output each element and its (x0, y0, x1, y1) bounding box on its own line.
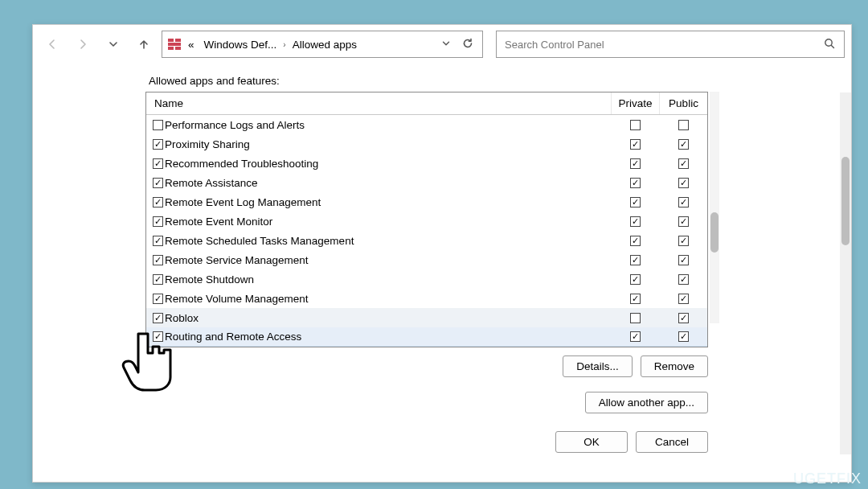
table-row[interactable]: Proximity Sharing (146, 134, 707, 154)
back-button[interactable] (39, 31, 65, 57)
forward-button[interactable] (70, 31, 96, 57)
row-name: Remote Volume Management (165, 293, 309, 305)
private-checkbox[interactable] (630, 158, 641, 169)
row-name: Remote Shutdown (165, 273, 254, 286)
table-row[interactable]: Remote Assistance (146, 173, 707, 192)
table-row[interactable]: Remote Scheduled Tasks Management (146, 231, 707, 250)
row-name: Proximity Sharing (165, 138, 250, 150)
table-row[interactable]: Remote Event Log Management (146, 192, 707, 212)
breadcrumb-part1[interactable]: Windows Def... (201, 37, 280, 52)
apps-list: Name Private Public Performance Logs and… (145, 92, 708, 347)
enable-checkbox[interactable] (153, 294, 163, 304)
public-checkbox[interactable] (678, 294, 689, 304)
public-checkbox[interactable] (678, 216, 689, 227)
private-checkbox[interactable] (630, 255, 641, 265)
enable-checkbox[interactable] (153, 274, 163, 285)
window-scroll-thumb[interactable] (841, 157, 850, 245)
window-scrollbar[interactable] (840, 92, 851, 454)
table-row[interactable]: Recommended Troubleshooting (146, 154, 707, 173)
public-checkbox[interactable] (678, 255, 689, 265)
toolbar: « Windows Def... › Allowed apps Search C… (33, 25, 851, 64)
col-public[interactable]: Public (659, 92, 707, 114)
public-checkbox[interactable] (678, 158, 689, 169)
public-checkbox[interactable] (678, 139, 689, 150)
row-name: Remote Scheduled Tasks Management (165, 235, 354, 247)
public-checkbox[interactable] (678, 197, 689, 208)
breadcrumb-prefix: « (185, 37, 198, 52)
section-label: Allowed apps and features: (149, 75, 827, 87)
enable-checkbox[interactable] (153, 331, 163, 342)
cancel-button[interactable]: Cancel (636, 431, 708, 453)
public-checkbox[interactable] (678, 236, 689, 246)
row-name: Remote Event Log Management (165, 196, 321, 208)
search-input[interactable]: Search Control Panel (496, 31, 845, 58)
address-bar[interactable]: « Windows Def... › Allowed apps (162, 31, 483, 58)
col-private[interactable]: Private (611, 92, 659, 114)
enable-checkbox[interactable] (153, 236, 163, 246)
row-name: Remote Assistance (165, 177, 258, 189)
enable-checkbox[interactable] (153, 197, 163, 208)
table-row[interactable]: Routing and Remote Access (146, 327, 707, 347)
list-header: Name Private Public (146, 92, 707, 115)
details-button[interactable]: Details... (563, 355, 633, 377)
public-checkbox[interactable] (678, 331, 689, 342)
private-checkbox[interactable] (630, 274, 641, 285)
enable-checkbox[interactable] (153, 139, 163, 150)
table-row[interactable]: Roblox (146, 308, 707, 327)
enable-checkbox[interactable] (153, 255, 163, 265)
control-panel-window: « Windows Def... › Allowed apps Search C… (32, 24, 852, 483)
firewall-icon (167, 37, 182, 51)
enable-checkbox[interactable] (153, 158, 163, 169)
private-checkbox[interactable] (630, 139, 641, 150)
breadcrumb-part2[interactable]: Allowed apps (289, 37, 360, 52)
private-checkbox[interactable] (630, 331, 641, 342)
remove-button[interactable]: Remove (641, 355, 708, 377)
private-checkbox[interactable] (630, 178, 641, 188)
table-row[interactable]: Remote Volume Management (146, 289, 707, 308)
enable-checkbox[interactable] (153, 313, 163, 323)
list-scroll-thumb[interactable] (710, 212, 719, 253)
private-checkbox[interactable] (630, 294, 641, 304)
table-row[interactable]: Remote Service Management (146, 250, 707, 269)
list-scrollbar[interactable] (710, 92, 719, 323)
private-checkbox[interactable] (630, 236, 641, 246)
public-checkbox[interactable] (678, 120, 689, 130)
col-name[interactable]: Name (146, 92, 611, 114)
private-checkbox[interactable] (630, 197, 641, 208)
private-checkbox[interactable] (630, 120, 641, 130)
search-placeholder: Search Control Panel (505, 39, 604, 51)
up-button[interactable] (131, 31, 157, 57)
watermark: UGETFIX (793, 471, 862, 487)
public-checkbox[interactable] (678, 313, 689, 323)
private-checkbox[interactable] (630, 216, 641, 227)
ok-button[interactable]: OK (555, 431, 628, 453)
row-name: Remote Event Monitor (165, 216, 272, 228)
refresh-icon[interactable] (461, 37, 474, 52)
row-name: Performance Logs and Alerts (165, 119, 305, 131)
content-area: Allowed apps and features: Name Private … (33, 64, 851, 461)
table-row[interactable]: Performance Logs and Alerts (146, 115, 707, 134)
search-icon (823, 37, 836, 52)
row-name: Remote Service Management (165, 254, 309, 266)
enable-checkbox[interactable] (153, 216, 163, 227)
chevron-right-icon: › (283, 40, 285, 49)
private-checkbox[interactable] (630, 313, 641, 323)
public-checkbox[interactable] (678, 274, 689, 285)
enable-checkbox[interactable] (153, 120, 163, 130)
address-dropdown-icon[interactable] (440, 38, 452, 51)
row-name: Roblox (165, 312, 199, 324)
row-name: Recommended Troubleshooting (165, 158, 318, 170)
public-checkbox[interactable] (678, 178, 689, 188)
row-name: Routing and Remote Access (165, 331, 301, 343)
table-row[interactable]: Remote Event Monitor (146, 212, 707, 231)
table-row[interactable]: Remote Shutdown (146, 269, 707, 289)
allow-another-app-button[interactable]: Allow another app... (585, 392, 708, 413)
history-dropdown[interactable] (100, 31, 126, 57)
enable-checkbox[interactable] (153, 178, 163, 188)
